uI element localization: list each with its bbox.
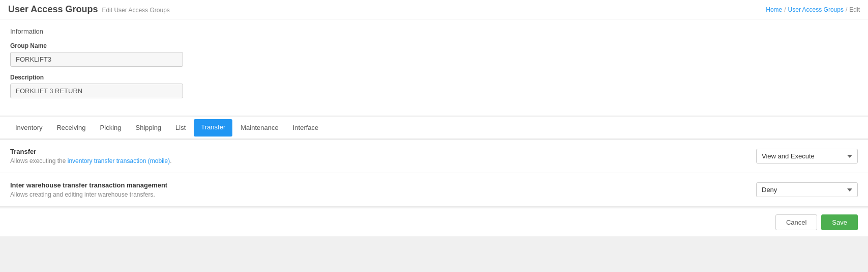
- info-section: Information Group Name Description: [0, 19, 868, 116]
- breadcrumb-current: Edit: [849, 6, 860, 13]
- tab-receiving[interactable]: Receiving: [49, 118, 93, 139]
- permission-title-inter-warehouse: Inter warehouse transfer transaction man…: [10, 181, 167, 189]
- tab-maintenance[interactable]: Maintenance: [233, 118, 285, 139]
- page-subtitle: Edit User Access Groups: [102, 7, 169, 14]
- header-left: User Access Groups Edit User Access Grou…: [8, 4, 170, 15]
- description-label: Description: [10, 74, 858, 81]
- group-name-label: Group Name: [10, 42, 858, 49]
- page-title: User Access Groups: [8, 4, 98, 15]
- tab-picking[interactable]: Picking: [93, 118, 129, 139]
- breadcrumb-home[interactable]: Home: [766, 6, 782, 13]
- permission-link-transfer[interactable]: inventory transfer transaction: [68, 157, 146, 165]
- permission-info-transfer: TransferAllows executing the inventory t…: [10, 148, 172, 165]
- tab-shipping[interactable]: Shipping: [129, 118, 169, 139]
- breadcrumb-sep-2: /: [846, 6, 847, 13]
- tabs-bar: InventoryReceivingPickingShippingListTra…: [0, 117, 868, 140]
- permission-info-inter-warehouse: Inter warehouse transfer transaction man…: [10, 181, 167, 198]
- permission-link-mobile[interactable]: (mobile): [148, 157, 170, 165]
- permission-select-inter-warehouse[interactable]: DenyViewView and Execute: [756, 182, 858, 197]
- breadcrumb-section[interactable]: User Access Groups: [788, 6, 844, 13]
- footer-bar: Cancel Save: [0, 208, 868, 236]
- breadcrumb-sep-1: /: [784, 6, 786, 13]
- tab-interface[interactable]: Interface: [286, 118, 326, 139]
- permission-desc-inter-warehouse: Allows creating and editing inter wareho…: [10, 191, 167, 198]
- info-section-label: Information: [10, 28, 858, 35]
- permission-row-inter-warehouse: Inter warehouse transfer transaction man…: [0, 173, 868, 207]
- breadcrumb: Home / User Access Groups / Edit: [766, 6, 860, 13]
- tab-inventory[interactable]: Inventory: [8, 118, 49, 139]
- content-area: TransferAllows executing the inventory t…: [0, 140, 868, 207]
- permission-select-transfer[interactable]: DenyViewView and Execute: [756, 149, 858, 164]
- permission-title-transfer: Transfer: [10, 148, 172, 155]
- description-input[interactable]: [10, 84, 183, 98]
- group-name-input[interactable]: [10, 52, 183, 67]
- description-field: Description: [10, 74, 858, 98]
- tab-list[interactable]: List: [168, 118, 193, 139]
- group-name-field: Group Name: [10, 42, 858, 67]
- cancel-button[interactable]: Cancel: [775, 214, 817, 230]
- permission-desc-transfer: Allows executing the inventory transfer …: [10, 157, 172, 165]
- page-header: User Access Groups Edit User Access Grou…: [0, 0, 868, 19]
- save-button[interactable]: Save: [821, 214, 858, 230]
- tab-transfer[interactable]: Transfer: [194, 119, 232, 137]
- permission-row-transfer: TransferAllows executing the inventory t…: [0, 140, 868, 173]
